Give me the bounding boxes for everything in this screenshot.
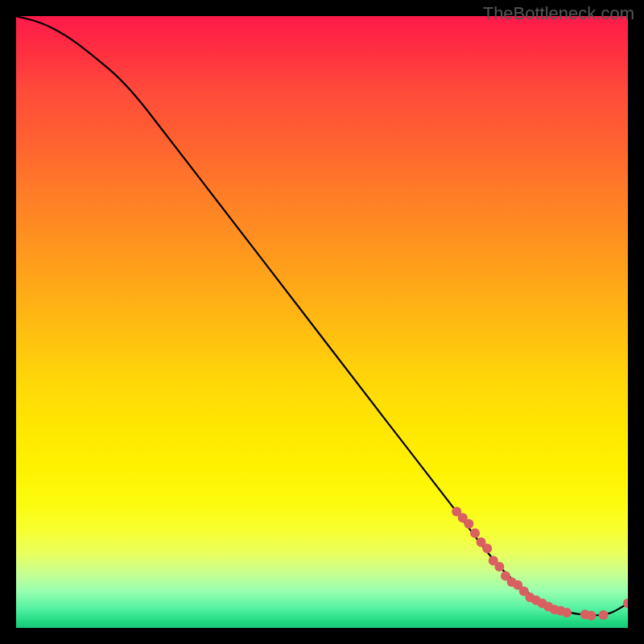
- watermark-text: TheBottleneck.com: [483, 3, 634, 24]
- chart-gradient-background: [16, 16, 628, 628]
